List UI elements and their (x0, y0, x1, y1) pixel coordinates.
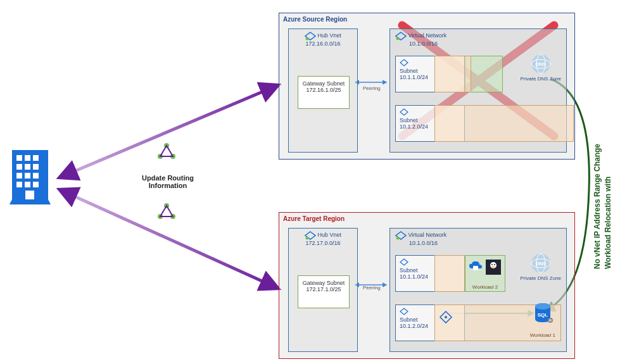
svg-text:DNS: DNS (535, 61, 547, 67)
source-workload1-faded (434, 105, 574, 142)
target-sub2-cidr: 10.1.2.0/24 (400, 323, 428, 329)
source-sub1-cidr: 10.1.1.0/24 (400, 74, 428, 80)
source-hub-cidr: 172.16.0.0/16 (305, 41, 340, 47)
svg-point-34 (305, 237, 308, 240)
svg-point-36 (396, 237, 400, 240)
svg-marker-41 (400, 259, 408, 265)
endpoint-icon (439, 310, 453, 325)
svg-point-49 (445, 316, 447, 318)
target-vnet: Virtual Network 10.1.0.0/16 DNS Private … (389, 228, 567, 352)
source-hub-name: Hub Vnet (317, 32, 341, 39)
relocation-caption: No vNet IP Address Range Change Workload… (593, 104, 614, 269)
source-vnet: Virtual Network 10.1.0.0/16 DNS Private … (389, 28, 567, 153)
arrow-building-to-source (60, 85, 277, 177)
svg-marker-31 (400, 60, 408, 66)
svg-marker-32 (400, 109, 408, 115)
svg-rect-9 (33, 164, 39, 170)
target-sub1-name: Subnet (400, 267, 418, 273)
target-gateway-subnet: Gateway Subnet 172.17.1.0/25 (298, 275, 350, 308)
target-vnet-cidr: 10.1.0.0/16 (395, 240, 438, 246)
svg-rect-11 (25, 173, 30, 179)
svg-text:DNS: DNS (535, 261, 547, 267)
svg-rect-6 (33, 155, 39, 161)
svg-rect-13 (16, 182, 22, 187)
source-sub2-name: Subnet (400, 117, 418, 123)
target-dns-label: Private DNS Zone (521, 275, 561, 281)
target-dns: DNS Private DNS Zone (521, 253, 561, 281)
source-sub1-name: Subnet (400, 68, 418, 74)
target-hub-cidr: 172.17.0.0/16 (305, 240, 340, 246)
svg-rect-8 (25, 164, 30, 170)
target-workload2-b: Workload 2 (465, 255, 505, 292)
source-workload2-faded-b (434, 56, 471, 92)
svg-marker-47 (400, 308, 408, 315)
svg-point-51 (535, 303, 550, 310)
target-sub2-name: Subnet (400, 317, 418, 323)
svg-point-24 (305, 37, 308, 41)
target-wl1-label: Workload 1 (530, 332, 555, 338)
relocation-line1: Workload Relocation with (604, 104, 614, 269)
cloud-app-icon (468, 260, 483, 273)
source-vnet-name: Virtual Network (408, 32, 447, 39)
relocation-line2: No vNet IP Address Range Change (593, 104, 603, 269)
routing-label: Update Routing Information (127, 174, 209, 189)
source-region-title: Azure Source Region (283, 16, 347, 23)
svg-rect-15 (33, 182, 39, 187)
sql-db-icon: SQL (534, 303, 554, 325)
target-vnet-name: Virtual Network (408, 232, 447, 238)
svg-rect-14 (25, 182, 30, 187)
source-hub-vnet: Hub Vnet 172.16.0.0/16 Gateway Subnet 17… (288, 28, 358, 153)
target-region: Azure Target Region Hub Vnet 172.17.0.0/… (279, 212, 575, 359)
svg-point-26 (396, 37, 400, 41)
svg-rect-4 (16, 155, 22, 161)
target-region-title: Azure Target Region (283, 215, 345, 222)
svg-rect-5 (25, 155, 30, 161)
target-workload2-a (434, 255, 465, 292)
routing-bottom-icon (157, 203, 176, 222)
svg-point-45 (491, 264, 493, 265)
svg-point-54 (549, 319, 552, 322)
svg-rect-16 (25, 191, 34, 199)
svg-point-46 (494, 264, 495, 265)
svg-text:SQL: SQL (538, 312, 548, 318)
svg-rect-42 (473, 266, 478, 270)
source-gateway-subnet: Gateway Subnet 172.16.1.0/25 (298, 76, 350, 109)
source-peering-label: Peering (363, 85, 381, 91)
source-vnet-cidr: 10.1.0.0/16 (395, 41, 438, 47)
target-gw-cidr: 172.17.1.0/25 (306, 286, 341, 292)
svg-rect-12 (33, 173, 39, 179)
svg-marker-3 (9, 199, 51, 204)
linux-icon (486, 260, 501, 276)
building-icon (9, 149, 51, 207)
source-dns-label: Private DNS Zone (521, 76, 561, 82)
source-region: Azure Source Region Hub Vnet 172.16.0.0/… (279, 13, 575, 160)
target-hub-vnet: Hub Vnet 172.17.0.0/16 Gateway Subnet 17… (288, 228, 358, 352)
source-dns: DNS Private DNS Zone (521, 53, 561, 82)
target-peering-label: Peering (363, 285, 381, 291)
target-sub1-cidr: 10.1.1.0/24 (400, 273, 428, 280)
target-gw-name: Gateway Subnet (303, 280, 345, 286)
source-sub2-cidr: 10.1.2.0/24 (400, 123, 428, 130)
source-gw-name: Gateway Subnet (303, 80, 345, 87)
target-wl2-label: Workload 2 (465, 284, 505, 290)
target-hub-name: Hub Vnet (317, 232, 341, 238)
svg-rect-10 (16, 173, 22, 179)
source-gw-cidr: 172.16.1.0/25 (306, 87, 341, 93)
routing-top-icon (157, 142, 176, 161)
svg-rect-7 (16, 164, 22, 170)
